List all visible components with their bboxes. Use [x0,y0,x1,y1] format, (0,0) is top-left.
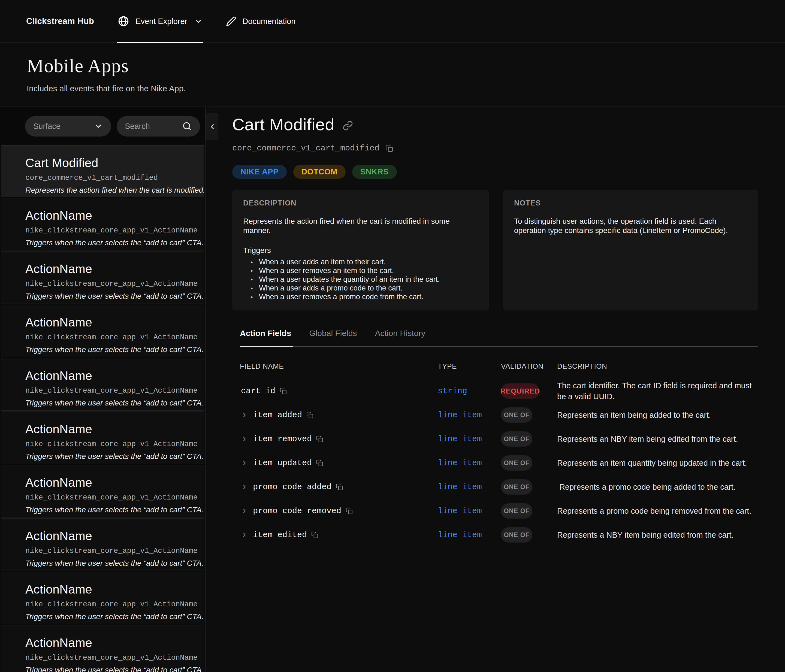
event-item-title: ActionName [25,529,193,543]
event-item-description: Triggers when the user selects the “add … [25,292,193,300]
event-item-title: ActionName [25,636,193,650]
event-list-item[interactable]: ActionName nike_clickstream_core_app_v1_… [1,572,204,624]
chevron-right-icon[interactable] [241,507,248,514]
search-input[interactable] [125,122,179,131]
table-row: item_updated line item ONE OF Represents… [240,451,758,475]
table-row: promo_code_added line item ONE OF Repres… [240,475,758,499]
event-item-code: nike_clickstream_core_app_v1_ActionName [25,227,193,234]
field-description: Represents an item being added to the ca… [557,409,758,420]
app-brand: Clickstream Hub [26,16,94,26]
nav-item-documentation[interactable]: Documentation [225,0,296,42]
field-type: line item [438,458,501,467]
chevron-right-icon[interactable] [241,459,248,467]
field-description: Represents a NBY item being edited from … [557,530,758,541]
badge-nike-app: NIKE APP [232,165,287,179]
event-list-item-cart-modified[interactable]: Cart Modified core_commerce_v1_cart_modi… [1,145,204,197]
workspace: Surface Cart Modified core_com [0,107,785,672]
nav-item-label: Event Explorer [136,17,187,26]
event-item-description: Triggers when the user selects the “add … [25,345,193,354]
event-item-description: Triggers when the user selects the “add … [25,399,193,407]
event-item-title: ActionName [25,315,193,330]
event-item-title: ActionName [25,582,193,597]
nav-item-event-explorer[interactable]: Event Explorer [117,0,203,42]
fields-table-header: FIELD NAME TYPE VALIDATION DESCRIPTION [240,362,758,370]
trigger-item: When a user removes a promo code from th… [243,292,478,301]
event-item-code: nike_clickstream_core_app_v1_ActionName [25,387,193,395]
chevron-right-icon[interactable] [241,411,248,419]
event-item-description: Triggers when the user selects the “add … [25,559,193,567]
badge-snkrs: SNKRS [352,165,397,179]
nav-item-label: Documentation [242,17,296,26]
field-name: promo_code_removed [253,506,341,516]
fields-table: cart_id string REQUIRED The cart identif… [240,379,758,547]
field-type: line item [438,506,501,516]
trigger-item: When a user removes an item to the cart. [243,266,478,275]
copy-icon[interactable] [336,483,343,491]
event-item-title: ActionName [25,422,193,436]
field-description: Represents a promo code being added to t… [557,481,758,492]
sidebar-collapse-button[interactable] [206,113,218,140]
event-sidebar: Surface Cart Modified core_com [0,107,205,672]
copy-icon[interactable] [385,144,393,152]
event-list-item[interactable]: ActionName nike_clickstream_core_app_v1_… [1,251,204,304]
tab-action-fields[interactable]: Action Fields [240,328,291,338]
copy-icon[interactable] [316,436,323,442]
notes-body: To distinguish user actions, the operati… [514,217,747,235]
event-list-item[interactable]: ActionName nike_clickstream_core_app_v1_… [1,358,204,411]
copy-icon[interactable] [280,388,287,395]
event-item-code: nike_clickstream_core_app_v1_ActionName [25,440,193,448]
tabs-divider [240,346,758,347]
validation-badge: ONE OF [501,455,532,470]
event-item-code: nike_clickstream_core_app_v1_ActionName [25,600,193,608]
chevron-right-icon[interactable] [241,483,248,491]
copy-icon[interactable] [311,531,318,539]
field-name: item_edited [253,530,307,539]
field-type: line item [438,530,501,539]
event-list-item[interactable]: ActionName nike_clickstream_core_app_v1_… [1,518,204,571]
tab-action-history[interactable]: Action History [375,328,425,338]
triggers-list: When a user adds an item to their cart. … [243,258,478,301]
table-row: item_removed line item ONE OF Represents… [240,427,758,451]
detail-tabs: Action Fields Global Fields Action Histo… [240,328,758,338]
field-name: item_added [253,410,302,420]
copy-icon[interactable] [346,507,353,514]
surface-select-value: Surface [33,122,61,131]
description-heading: DESCRIPTION [243,199,478,207]
chevron-down-icon [94,122,103,131]
event-list-item[interactable]: ActionName nike_clickstream_core_app_v1_… [1,465,204,517]
field-description: Represents an NBY item being edited from… [557,434,758,444]
event-item-code: nike_clickstream_core_app_v1_ActionName [25,654,193,662]
event-item-description: Triggers when the user selects the “add … [25,666,193,672]
pencil-icon [226,16,236,27]
event-list-item[interactable]: ActionName nike_clickstream_core_app_v1_… [1,411,204,464]
top-nav: Clickstream Hub Event Explorer Documenta… [0,0,785,43]
event-list-item[interactable]: ActionName nike_clickstream_core_app_v1_… [1,305,204,357]
event-list-item[interactable]: ActionName nike_clickstream_core_app_v1_… [1,198,204,250]
validation-badge: ONE OF [501,431,532,447]
chevron-right-icon[interactable] [241,531,248,539]
chevron-down-icon [194,17,203,25]
link-icon[interactable] [342,120,353,131]
event-detail: Cart Modified core_commerce_v1_cart_modi… [205,107,785,672]
field-name: cart_id [241,386,275,396]
event-item-description: Triggers when the user selects the “add … [25,238,193,247]
event-item-description: Represents the action fired when the car… [25,186,193,195]
copy-icon[interactable] [306,411,313,419]
field-type: line item [438,434,501,444]
event-item-title: ActionName [25,369,193,383]
event-item-code: nike_clickstream_core_app_v1_ActionName [25,280,193,288]
validation-badge: ONE OF [501,503,532,519]
event-item-description: Triggers when the user selects the “add … [25,612,193,621]
description-panel: DESCRIPTION Represents the action fired … [232,190,489,310]
event-item-code: nike_clickstream_core_app_v1_ActionName [25,547,193,555]
event-item-title: ActionName [25,475,193,490]
event-item-title: ActionName [25,208,193,223]
copy-icon[interactable] [316,459,323,467]
surface-select[interactable]: Surface [25,116,111,136]
event-item-title: Cart Modified [25,156,193,170]
column-header-type: TYPE [438,362,501,370]
table-row: cart_id string REQUIRED The cart identif… [240,379,758,403]
event-list-item[interactable]: ActionName nike_clickstream_core_app_v1_… [1,625,204,672]
tab-global-fields[interactable]: Global Fields [309,328,357,338]
chevron-right-icon[interactable] [241,436,248,442]
